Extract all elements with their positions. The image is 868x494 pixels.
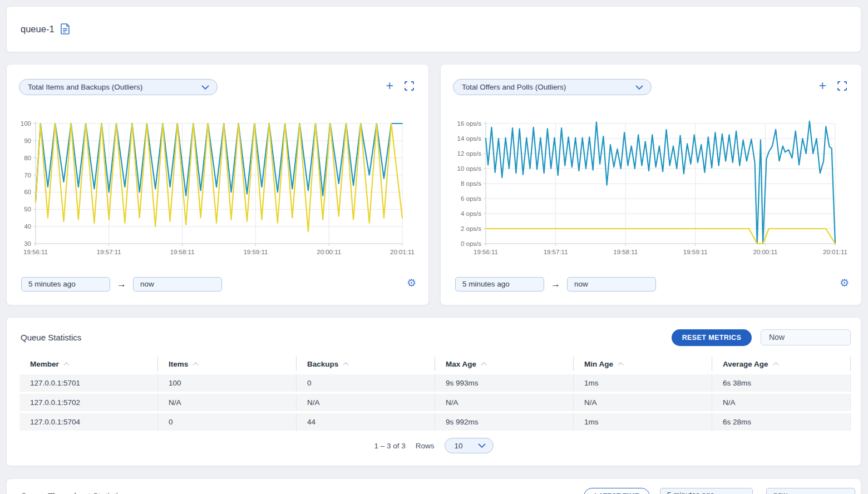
svg-text:100: 100 <box>21 120 31 127</box>
offers-polls-chart-card: Total Offers and Polls (Outliers) + 0 op… <box>440 64 862 305</box>
sort-caret-icon <box>343 362 349 365</box>
column-header-label: Member <box>30 360 59 368</box>
document-config-icon[interactable] <box>61 23 70 34</box>
svg-text:20:01:11: 20:01:11 <box>390 249 415 255</box>
pagination-range: 1 – 3 of 3 <box>374 442 405 450</box>
column-header-label: Min Age <box>584 360 613 368</box>
table-cell: 0 <box>158 413 297 431</box>
time-from-input[interactable]: 5 minutes ago <box>21 277 110 292</box>
table-header-row: MemberItemsBackupsMax AgeMin AgeAverage … <box>19 357 851 371</box>
queue-throughput-card: Queue Throughput Statistics LATEST TIME … <box>6 478 861 494</box>
table-row[interactable]: 127.0.0.1:5702N/AN/AN/AN/AN/A <box>19 394 851 411</box>
metric-select-value: Total Offers and Polls (Outliers) <box>462 83 566 91</box>
sort-caret-icon <box>63 362 70 365</box>
table-cell: 100 <box>158 374 297 392</box>
members-table: MemberItemsBackupsMax AgeMin AgeAverage … <box>19 357 851 433</box>
table-row[interactable]: 127.0.0.1:57040449s 992ms1ms6s 28ms <box>19 413 851 431</box>
svg-text:80: 80 <box>24 155 31 161</box>
latest-time-button[interactable]: LATEST TIME <box>584 488 650 494</box>
svg-text:40: 40 <box>24 223 31 230</box>
column-header-label: Max Age <box>446 360 476 368</box>
metric-select[interactable]: Total Offers and Polls (Outliers) <box>453 79 652 95</box>
svg-text:19:56:11: 19:56:11 <box>474 249 498 255</box>
offers-polls-line-chart: 0 ops/s2 ops/s4 ops/s6 ops/s8 ops/s10 op… <box>446 117 858 263</box>
table-cell: 44 <box>297 413 435 431</box>
fullscreen-icon[interactable] <box>405 81 414 91</box>
svg-text:70: 70 <box>24 172 31 179</box>
sort-caret-icon <box>481 362 487 365</box>
svg-text:16 ops/s: 16 ops/s <box>457 120 482 127</box>
items-backups-chart-card: Total Items and Backups (Outliers) + 304… <box>6 64 429 305</box>
time-to-input[interactable]: now <box>567 277 656 292</box>
pagination: 1 – 3 of 3 Rows 10 <box>7 438 861 453</box>
column-header-label: Items <box>169 360 188 368</box>
table-cell: 6s 28ms <box>712 413 851 431</box>
table-cell: 9s 992ms <box>435 413 574 431</box>
svg-text:19:59:11: 19:59:11 <box>683 249 708 255</box>
metrics-time-input[interactable]: Now <box>761 329 851 345</box>
column-header-min-age[interactable]: Min Age <box>574 357 712 371</box>
section-title: Queue Statistics <box>21 333 81 342</box>
table-cell: 6s 38ms <box>712 374 851 392</box>
time-to-input[interactable]: now <box>133 277 222 292</box>
sort-caret-icon <box>773 362 779 365</box>
table-cell: 1ms <box>574 374 712 392</box>
svg-text:10 ops/s: 10 ops/s <box>457 165 482 172</box>
column-header-average-age[interactable]: Average Age <box>712 357 851 371</box>
table-cell: 0 <box>297 374 435 392</box>
table-cell: N/A <box>297 394 435 411</box>
svg-text:19:57:11: 19:57:11 <box>97 249 121 255</box>
svg-text:2 ops/s: 2 ops/s <box>461 225 481 232</box>
table-cell: N/A <box>158 394 297 411</box>
table-cell: 9s 993ms <box>435 374 574 392</box>
column-header-items[interactable]: Items <box>158 357 297 371</box>
svg-text:19:56:11: 19:56:11 <box>23 249 48 255</box>
fullscreen-icon[interactable] <box>837 81 847 91</box>
time-from-input[interactable]: 5 minutes ago <box>660 488 753 494</box>
column-header-max-age[interactable]: Max Age <box>435 357 574 371</box>
rows-per-page-value: 10 <box>455 442 463 450</box>
arrow-right-icon: → <box>757 490 766 494</box>
arrow-right-icon: → <box>117 279 126 290</box>
section-title: Queue Throughput Statistics <box>21 491 126 494</box>
chevron-down-icon <box>201 85 209 90</box>
svg-text:20:00:11: 20:00:11 <box>317 249 341 255</box>
metric-select[interactable]: Total Items and Backups (Outliers) <box>19 79 218 95</box>
add-chart-icon[interactable]: + <box>819 80 826 91</box>
svg-text:14 ops/s: 14 ops/s <box>457 135 482 142</box>
svg-text:12 ops/s: 12 ops/s <box>457 150 482 157</box>
svg-text:19:58:11: 19:58:11 <box>170 249 195 255</box>
svg-text:19:57:11: 19:57:11 <box>544 249 568 255</box>
time-from-input[interactable]: 5 minutes ago <box>455 277 544 292</box>
svg-text:0 ops/s: 0 ops/s <box>461 240 481 247</box>
table-row[interactable]: 127.0.0.1:570110009s 993ms1ms6s 38ms <box>19 374 851 392</box>
table-cell: 1ms <box>574 413 712 431</box>
svg-text:20:00:11: 20:00:11 <box>753 249 777 255</box>
column-header-label: Average Age <box>723 360 768 368</box>
svg-text:19:58:11: 19:58:11 <box>613 249 638 255</box>
svg-text:8 ops/s: 8 ops/s <box>461 180 481 187</box>
rows-per-page-select[interactable]: 10 <box>445 438 494 453</box>
column-header-member[interactable]: Member <box>19 357 158 371</box>
time-to-input[interactable]: now <box>766 488 855 494</box>
arrow-right-icon: → <box>551 279 560 290</box>
svg-text:6 ops/s: 6 ops/s <box>461 195 481 202</box>
chart-settings-gear-icon[interactable]: ⚙ <box>407 278 416 289</box>
svg-text:90: 90 <box>24 137 31 144</box>
add-chart-icon[interactable]: + <box>386 80 393 91</box>
sort-caret-icon <box>618 362 624 365</box>
page-header-card: queue-1 <box>6 6 861 52</box>
sort-caret-icon <box>193 362 199 365</box>
chart-settings-gear-icon[interactable]: ⚙ <box>840 278 849 289</box>
table-body: 127.0.0.1:570110009s 993ms1ms6s 38ms127.… <box>19 374 851 431</box>
reset-metrics-button[interactable]: RESET METRICS <box>672 329 752 346</box>
items-backups-line-chart: 3040506070809010019:56:1119:57:1119:58:1… <box>12 117 424 263</box>
table-cell: 127.0.0.1:5701 <box>19 374 158 392</box>
table-cell: N/A <box>712 394 851 411</box>
table-cell: N/A <box>435 394 574 411</box>
metric-select-value: Total Items and Backups (Outliers) <box>28 83 142 91</box>
svg-text:4 ops/s: 4 ops/s <box>461 210 481 217</box>
svg-text:50: 50 <box>24 206 31 213</box>
column-header-backups[interactable]: Backups <box>297 357 435 371</box>
column-header-label: Backups <box>307 360 338 368</box>
